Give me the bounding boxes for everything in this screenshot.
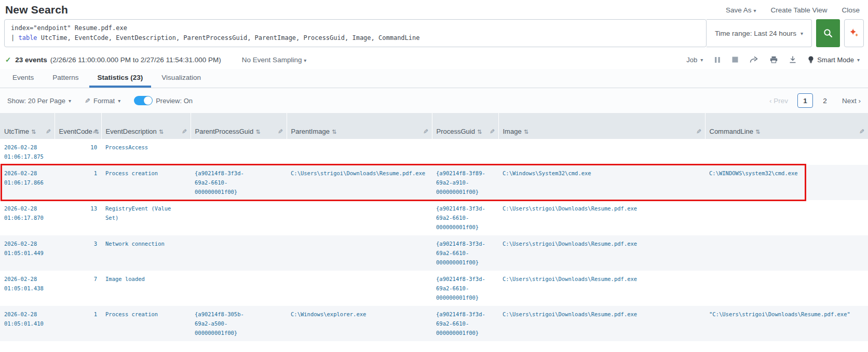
- table-cell[interactable]: {a90214f8-3f3d-69a2-6610-000000001f00}: [191, 165, 287, 200]
- sort-icon[interactable]: ⇅: [332, 129, 336, 135]
- column-header-commandline[interactable]: CommandLine⇅✎: [705, 113, 868, 139]
- table-cell[interactable]: Process creation: [101, 306, 191, 341]
- edit-column-icon[interactable]: ✎: [490, 128, 495, 135]
- chevron-down-icon: ▾: [801, 31, 803, 36]
- print-button[interactable]: [770, 56, 778, 63]
- table-cell[interactable]: [287, 271, 432, 306]
- edit-column-icon[interactable]: ✎: [696, 128, 701, 135]
- table-cell[interactable]: 1: [55, 306, 101, 341]
- table-cell[interactable]: [705, 139, 868, 165]
- edit-column-icon[interactable]: ✎: [859, 128, 864, 135]
- share-button[interactable]: [750, 56, 758, 63]
- table-cell[interactable]: C:\Users\strigoi\Downloads\Resume.pdf.ex…: [498, 200, 705, 235]
- table-cell[interactable]: 2026-02-28 01:05:01.449: [0, 235, 55, 271]
- create-table-view-button[interactable]: Create Table View: [770, 6, 827, 14]
- table-cell[interactable]: [705, 271, 868, 306]
- search-button[interactable]: [816, 19, 840, 47]
- prev-page-button[interactable]: ‹ Prev: [769, 97, 788, 105]
- column-header-utctime[interactable]: UtcTime⇅✎: [0, 113, 55, 139]
- table-cell[interactable]: Process creation: [101, 165, 191, 200]
- toggle-switch[interactable]: [134, 96, 153, 105]
- table-cell[interactable]: {a90214f8-3f89-69a2-a910-000000001f00}: [432, 165, 498, 200]
- table-cell[interactable]: [191, 200, 287, 235]
- table-cell[interactable]: {a90214f8-3f3d-69a2-6610-000000001f00}: [432, 306, 498, 341]
- table-cell[interactable]: [287, 139, 432, 165]
- job-menu[interactable]: Job ▾: [686, 56, 703, 64]
- preview-toggle[interactable]: Preview: On: [134, 96, 193, 105]
- tab-events[interactable]: Events: [4, 69, 42, 88]
- table-cell[interactable]: [191, 235, 287, 271]
- table-cell[interactable]: 2026-02-28 01:05:01.410: [0, 306, 55, 341]
- tab-visualization[interactable]: Visualization: [153, 69, 209, 88]
- table-cell[interactable]: C:\Users\strigoi\Downloads\Resume.pdf.ex…: [498, 235, 705, 271]
- table-cell[interactable]: 2026-02-28 01:05:01.438: [0, 271, 55, 306]
- ai-assistant-button[interactable]: [844, 19, 864, 47]
- edit-column-icon[interactable]: ✎: [278, 128, 283, 135]
- edit-column-icon[interactable]: ✎: [92, 128, 98, 135]
- table-cell[interactable]: 2026-02-28 01:06:17.875: [0, 139, 55, 165]
- table-cell[interactable]: {a90214f8-305b-69a2-a500-000000001f00}: [191, 306, 287, 341]
- table-cell[interactable]: "C:\Users\strigoi\Downloads\Resume.pdf.e…: [705, 306, 868, 341]
- format-dropdown[interactable]: ✎ Format ▾: [85, 97, 120, 105]
- pause-button[interactable]: [714, 57, 721, 63]
- column-header-processguid[interactable]: ProcessGuid⇅✎: [432, 113, 498, 139]
- table-cell[interactable]: Image loaded: [101, 271, 191, 306]
- export-button[interactable]: [789, 56, 796, 63]
- column-header-eventcode[interactable]: EventCode⇅✎: [55, 113, 101, 139]
- per-page-dropdown[interactable]: Show: 20 Per Page ▾: [7, 97, 71, 105]
- column-header-parentprocessguid[interactable]: ParentProcessGuid⇅✎: [191, 113, 287, 139]
- table-cell[interactable]: [432, 139, 498, 165]
- table-cell[interactable]: C:\Windows\explorer.exe: [287, 306, 432, 341]
- table-cell[interactable]: C:\Windows\System32\cmd.exe: [498, 165, 705, 200]
- page-button-2[interactable]: 2: [817, 93, 833, 108]
- table-cell[interactable]: [287, 235, 432, 271]
- sort-icon[interactable]: ⇅: [159, 129, 164, 135]
- tab-statistics-23[interactable]: Statistics (23): [89, 69, 152, 88]
- sort-icon[interactable]: ⇅: [255, 129, 260, 135]
- table-cell[interactable]: [191, 139, 287, 165]
- sort-icon[interactable]: ⇅: [524, 129, 528, 135]
- search-mode-selector[interactable]: Smart Mode ▾: [808, 56, 860, 64]
- save-as-button[interactable]: Save As ▾: [726, 6, 756, 14]
- column-header-eventdescription[interactable]: EventDescription⇅✎: [101, 113, 191, 139]
- table-cell[interactable]: C:\WINDOWS\system32\cmd.exe: [705, 165, 868, 200]
- table-cell[interactable]: 10: [55, 139, 101, 165]
- event-sampling-dropdown[interactable]: No Event Sampling ▾: [242, 56, 306, 64]
- table-cell[interactable]: 1: [55, 165, 101, 200]
- table-cell[interactable]: C:\Users\strigoi\Downloads\Resume.pdf.ex…: [287, 165, 432, 200]
- table-cell[interactable]: C:\Users\strigoi\Downloads\Resume.pdf.ex…: [498, 306, 705, 341]
- table-cell[interactable]: [705, 235, 868, 271]
- table-cell[interactable]: {a90214f8-3f3d-69a2-6610-000000001f00}: [432, 271, 498, 306]
- table-cell[interactable]: [705, 200, 868, 235]
- table-cell[interactable]: 2026-02-28 01:06:17.870: [0, 200, 55, 235]
- tab-patterns[interactable]: Patterns: [44, 69, 87, 88]
- page-button-1[interactable]: 1: [797, 93, 813, 108]
- edit-column-icon[interactable]: ✎: [182, 128, 187, 135]
- time-range-picker[interactable]: Time range: Last 24 hours ▾: [707, 19, 812, 47]
- table-cell[interactable]: 13: [55, 200, 101, 235]
- magnifier-icon: [823, 28, 833, 38]
- sort-icon[interactable]: ⇅: [477, 129, 482, 135]
- search-query-input[interactable]: index="endpoint" Resume.pdf.exe | table …: [4, 19, 707, 47]
- table-cell[interactable]: {a90214f8-3f3d-69a2-6610-000000001f00}: [432, 235, 498, 271]
- table-cell[interactable]: Network connection: [101, 235, 191, 271]
- sort-icon[interactable]: ⇅: [31, 129, 36, 135]
- table-cell[interactable]: ProcessAccess: [101, 139, 191, 165]
- table-cell[interactable]: RegistryEvent (Value Set): [101, 200, 191, 235]
- table-cell[interactable]: [498, 139, 705, 165]
- sort-icon[interactable]: ⇅: [755, 129, 760, 135]
- table-cell[interactable]: {a90214f8-3f3d-69a2-6610-000000001f00}: [432, 200, 498, 235]
- table-cell[interactable]: 3: [55, 235, 101, 271]
- edit-column-icon[interactable]: ✎: [423, 128, 428, 135]
- table-cell[interactable]: 2026-02-28 01:06:17.866: [0, 165, 55, 200]
- table-cell[interactable]: C:\Users\strigoi\Downloads\Resume.pdf.ex…: [498, 271, 705, 306]
- next-page-button[interactable]: Next ›: [842, 97, 861, 105]
- table-cell[interactable]: 7: [55, 271, 101, 306]
- table-cell[interactable]: [191, 271, 287, 306]
- column-header-image[interactable]: Image⇅✎: [498, 113, 705, 139]
- edit-column-icon[interactable]: ✎: [46, 128, 51, 135]
- stop-button[interactable]: [732, 57, 738, 63]
- table-cell[interactable]: [287, 200, 432, 235]
- column-header-parentimage[interactable]: ParentImage⇅✎: [287, 113, 432, 139]
- close-button[interactable]: Close: [842, 6, 860, 14]
